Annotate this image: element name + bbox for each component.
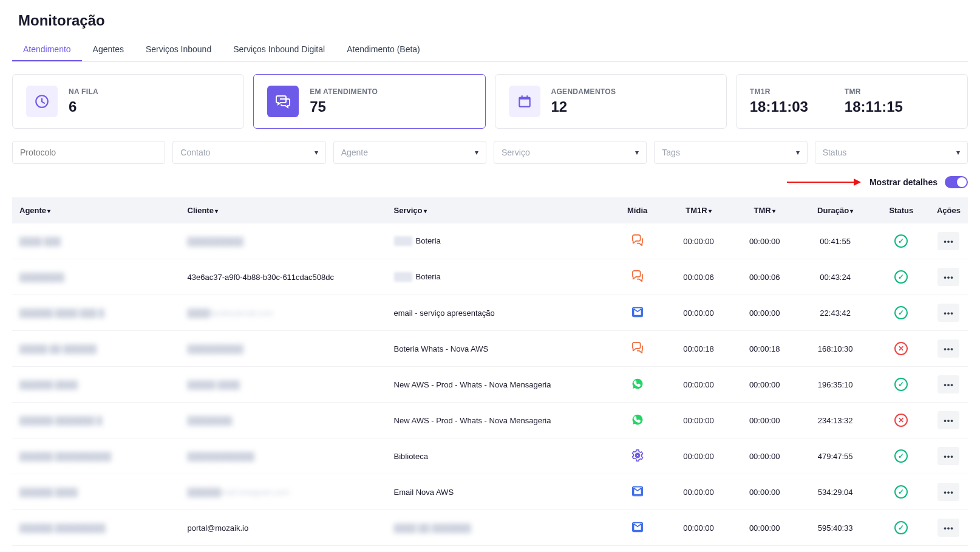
tm1r-cell: 00:00:00 [665,403,732,438]
filter-agente[interactable]: Agente▾ [333,141,486,164]
chevron-down-icon: ▾ [315,148,318,157]
col-duracao[interactable]: Duração▾ [798,197,873,223]
client-cell: █████ ████ [180,367,387,403]
col-tm1r[interactable]: TM1R▾ [665,197,732,223]
table-row: █████ ██ ██████ ██████████ Boteria Whats… [12,331,968,367]
email-icon [631,520,644,534]
agent-name: ████████ [19,273,64,282]
client-cell: ████████████ [180,438,387,474]
col-agente[interactable]: Agente▾ [12,197,180,223]
client-cell: 43e6ac37-a9f0-4b88-b30c-611cdac508dc [180,259,387,295]
col-status: Status [873,197,930,223]
status-badge: ✕ [894,342,908,355]
tmr-cell: 00:00:00 [732,295,798,331]
card-queue[interactable]: NA FILA 6 [12,74,244,129]
status-badge: ✓ [894,306,908,319]
tm1r-value: 18:11:03 [750,98,808,115]
agent-name: ██████ ███████ █ [19,416,102,425]
details-toggle[interactable] [945,176,968,188]
tmr-label: TMR [845,87,903,96]
chat-icon [631,270,644,283]
service-cell: New AWS - Prod - Whats - Nova Mensageria [387,367,610,403]
email-icon [631,305,644,319]
tm1r-cell: 00:00:00 [665,510,732,546]
whatsapp-icon [631,413,644,426]
row-actions-button[interactable]: ••• [937,268,959,286]
email-icon [631,485,644,498]
tab-atendimento[interactable]: Atendimento [12,38,82,61]
col-tmr[interactable]: TMR▾ [732,197,798,223]
filter-protocolo[interactable] [12,141,165,164]
filter-tags[interactable]: Tags▾ [654,141,807,164]
duration-cell: 234:13:32 [798,403,873,438]
duration-cell: 595:40:33 [798,510,873,546]
service-cell: ████ ██ ███████ [387,510,610,546]
col-midia: Mídia [609,197,665,223]
client-cell: ██████mail.instagram.com [180,474,387,510]
gear-icon [631,449,644,462]
filter-servico[interactable]: Serviço▾ [494,141,647,164]
tmr-cell: 00:00:18 [732,331,798,367]
chat-icon [631,341,644,355]
row-actions-button[interactable]: ••• [937,232,959,250]
tab-servi-os-inbound[interactable]: Serviços Inbound [135,38,222,61]
card-serving-value: 75 [310,98,378,115]
status-badge: ✓ [894,234,908,248]
agent-name: ██████ ████ ███ █ [19,308,104,318]
annotation-arrow [787,182,860,183]
client-cell: ████████ [180,403,387,438]
table-row: ██████ ████ █████ ████ New AWS - Prod - … [12,367,968,403]
table-row: ██████ ██████████ ████████████ Bibliotec… [12,438,968,474]
tmr-cell: 00:00:00 [732,438,798,474]
row-actions-button[interactable]: ••• [937,339,959,358]
row-actions-button[interactable]: ••• [937,304,959,322]
tab-servi-os-inbound-digital[interactable]: Serviços Inbound Digital [222,38,336,61]
agent-name: █████ ██ ██████ [19,344,97,353]
duration-cell: 479:47:55 [798,438,873,474]
row-actions-button[interactable]: ••• [937,447,959,465]
table-row: ██████ ████ ███ █ ████facebookmail.com e… [12,295,968,331]
tab-atendimento-beta-[interactable]: Atendimento (Beta) [336,38,431,61]
filter-contato[interactable]: Contato▾ [172,141,325,164]
duration-cell: 196:35:10 [798,367,873,403]
col-servico[interactable]: Serviço▾ [387,197,610,223]
tmr-cell: 00:00:00 [732,510,798,546]
filter-status[interactable]: Status▾ [815,141,968,164]
row-actions-button[interactable]: ••• [937,519,959,537]
card-serving-label: EM ATENDIMENTO [310,87,378,96]
tm1r-cell: 00:00:00 [665,367,732,403]
tm1r-cell: 00:00:00 [665,474,732,510]
agent-name: ████ ███ [19,237,61,246]
tm1r-cell: 00:00:18 [665,331,732,367]
card-scheduled[interactable]: AGENDAMENTOS 12 [495,74,727,129]
row-actions-button[interactable]: ••• [937,483,959,501]
tmr-value: 18:11:15 [845,98,903,115]
tab-agentes[interactable]: Agentes [82,38,135,61]
card-serving[interactable]: EM ATENDIMENTO 75 [253,74,485,129]
card-queue-label: NA FILA [69,87,98,96]
row-actions-button[interactable]: ••• [937,375,959,394]
duration-cell: 168:10:30 [798,331,873,367]
chevron-down-icon: ▾ [475,148,478,157]
col-acoes: Ações [930,197,968,223]
table-row: ██████ ████ ██████mail.instagram.com Ema… [12,474,968,510]
tmr-cell: 00:00:06 [732,259,798,295]
col-cliente[interactable]: Cliente▾ [180,197,387,223]
status-badge: ✓ [894,270,908,284]
duration-cell: 534:29:04 [798,474,873,510]
status-badge: ✕ [894,414,908,427]
duration-cell: 22:43:42 [798,295,873,331]
client-cell: ████facebookmail.com [180,295,387,331]
tmr-cell: 00:00:00 [732,403,798,438]
row-actions-button[interactable]: ••• [937,411,959,429]
service-cell: Boteria [387,223,610,259]
chevron-down-icon: ▾ [956,148,960,157]
status-badge: ✓ [894,521,908,534]
table-row: ████████ 43e6ac37-a9f0-4b88-b30c-611cdac… [12,259,968,295]
calendar-icon [509,86,540,117]
attendance-table: Agente▾ Cliente▾ Serviço▾ Mídia TM1R▾ TM… [12,197,968,546]
tmr-cell: 00:00:00 [732,367,798,403]
service-cell: email - serviço apresentação [387,295,610,331]
tm1r-cell: 00:00:00 [665,223,732,259]
client-cell: ██████████ [180,223,387,259]
